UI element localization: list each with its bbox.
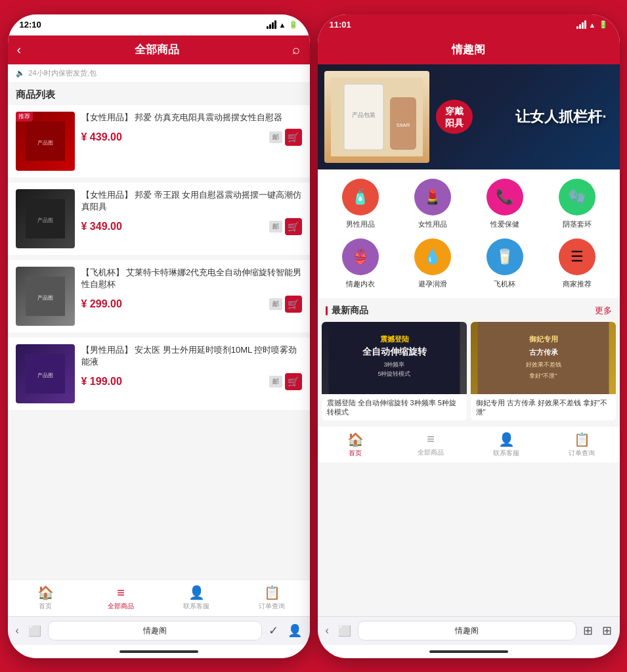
- svg-text:拿好"不泄": 拿好"不泄": [529, 372, 557, 379]
- section-heading-left: 商品列表: [8, 82, 310, 105]
- svg-text:产品图: 产品图: [37, 140, 53, 146]
- svg-text:全自动伸缩旋转: 全自动伸缩旋转: [362, 346, 427, 357]
- card-title-1: 震撼登陆 全自动伸缩旋转 3种频率 5种旋转模式: [327, 398, 462, 417]
- cat-item-health[interactable]: 📞 性爱保健: [479, 179, 531, 229]
- badge-tui-1: 推荐: [16, 112, 33, 122]
- product-name-3: 【飞机杯】 艾莱特卡特琳娜2代充电全自动伸缩旋转智能男性自慰杯: [81, 267, 302, 290]
- browser-share-left[interactable]: ✓: [266, 621, 281, 640]
- tab-orders-right[interactable]: 📋 订单查询: [544, 432, 620, 458]
- thumb-img-3: 产品图: [16, 267, 75, 326]
- tab-service-right[interactable]: 👤 联系客服: [469, 432, 544, 458]
- cart-button-4[interactable]: 🛒: [285, 373, 302, 390]
- product-name-4: 【男性用品】 安太医 男士外用延时喷剂10ML 控时喷雾劲能液: [81, 344, 302, 368]
- product-name-1: 【女性用品】 邦爱 仿真充电阳具震动摇摆女性自慰器: [81, 112, 302, 123]
- tab-home-left[interactable]: 🏠 首页: [8, 585, 83, 611]
- tab-home-label-right: 首页: [349, 449, 362, 458]
- browser-tab-right[interactable]: ⬜: [335, 622, 354, 640]
- svg-text:5种旋转模式: 5种旋转模式: [378, 370, 410, 377]
- tab-service-label-right: 联系客服: [493, 449, 519, 458]
- cat-item-lube[interactable]: 💧 避孕润滑: [406, 238, 459, 289]
- tab-orders-left[interactable]: 📋 订单查询: [234, 585, 310, 611]
- more-link[interactable]: 更多: [595, 305, 612, 317]
- cart-button-3[interactable]: 🛒: [285, 296, 302, 313]
- product-info-3: 【飞机杯】 艾莱特卡特琳娜2代充电全自动伸缩旋转智能男性自慰杯 ¥ 299.00…: [81, 267, 302, 313]
- battery-icon-left: 🔋: [289, 20, 298, 29]
- banner-badge-line1: 穿戴: [445, 104, 464, 116]
- table-row: 产品图 【飞机杯】 艾莱特卡特琳娜2代充电全自动伸缩旋转智能男性自慰杯 ¥ 29…: [8, 260, 310, 332]
- svg-text:产品图: 产品图: [37, 295, 53, 301]
- cart-button-1[interactable]: 🛒: [285, 129, 302, 146]
- home-bar-right: [429, 650, 508, 653]
- search-button-left[interactable]: ⌕: [292, 42, 300, 57]
- tab-home-right[interactable]: 🏠 首页: [318, 432, 393, 458]
- banner-badge-right: 穿戴 阳具: [436, 99, 473, 133]
- cat-item-cup[interactable]: 🥛 飞机杯: [479, 238, 531, 289]
- browser-menu-right[interactable]: ⊞: [599, 621, 615, 640]
- tab-products-left[interactable]: ≡ 全部商品: [83, 585, 159, 611]
- banner-right[interactable]: 产品包装 SItAR 穿戴 阳具 让女人抓栏杆·: [318, 64, 620, 169]
- cat-label-male: 男性用品: [346, 219, 375, 229]
- cat-icon-female: 💄: [414, 179, 451, 215]
- svg-text:震撼登陆: 震撼登陆: [379, 335, 409, 343]
- cat-label-health: 性爱保健: [490, 219, 519, 229]
- browser-tab-left[interactable]: ⬜: [26, 622, 44, 640]
- cat-item-female[interactable]: 💄 女性用品: [406, 179, 459, 229]
- list-item[interactable]: 御妃专用 古方传承 好效果不差钱 拿好"不泄" 御妃专用 古方传承 好效果不差钱…: [471, 322, 616, 421]
- cart-button-2[interactable]: 🛒: [285, 218, 302, 235]
- product-price-4: ¥ 199.00: [81, 376, 122, 388]
- browser-menu-left[interactable]: 👤: [285, 621, 305, 640]
- tab-service-left[interactable]: 👤 联系客服: [159, 585, 234, 611]
- browser-back-left[interactable]: ‹: [13, 622, 22, 639]
- product-actions-4: 邮 🛒: [269, 373, 302, 390]
- browser-bar-right: ‹ ⬜ 情趣阁 ⊞ ⊞: [318, 616, 620, 645]
- product-thumb-3[interactable]: 产品图: [16, 267, 75, 326]
- svg-text:古方传承: 古方传承: [529, 348, 558, 356]
- tab-bar-left: 🏠 首页 ≡ 全部商品 👤 联系客服 📋 订单查询: [8, 579, 310, 616]
- browser-url-right[interactable]: 情趣阁: [358, 621, 576, 640]
- card-body-2: 御妃专用 古方传承 好效果不差钱 拿好"不泄": [471, 394, 616, 421]
- card-body-1: 震撼登陆 全自动伸缩旋转 3种频率 5种旋转模式: [322, 394, 467, 421]
- cat-label-ring: 阴茎套环: [563, 219, 592, 229]
- product-thumb-2[interactable]: 产品图: [16, 189, 75, 248]
- service-icon-left: 👤: [188, 585, 205, 600]
- svg-text:御妃专用: 御妃专用: [528, 335, 557, 343]
- table-row: 产品图 【女性用品】 邦爱 帝王跟 女用自慰器震动摇摆一键高潮仿真阳具 ¥ 34…: [8, 183, 310, 255]
- product-list: 推荐 产品图 【女性用品】 邦爱 仿真充电阳具震动摇摆女性自慰器 ¥ 439.0…: [8, 105, 310, 579]
- url-text-left: 情趣阁: [143, 625, 167, 637]
- svg-text:SItAR: SItAR: [396, 122, 410, 128]
- tab-products-label-right: 全部商品: [418, 448, 444, 457]
- status-icons-left: ▲ 🔋: [267, 20, 298, 29]
- battery-icon-right: 🔋: [599, 20, 608, 29]
- svg-text:好效果不差钱: 好效果不差钱: [525, 361, 561, 368]
- browser-url-left[interactable]: 情趣阁: [48, 621, 262, 640]
- tab-orders-label-left: 订单查询: [259, 602, 285, 611]
- product-thumb-4[interactable]: 产品图: [16, 344, 75, 403]
- tab-products-right[interactable]: ≡ 全部商品: [393, 432, 469, 457]
- home-indicator-left: [8, 645, 310, 658]
- product-info-4: 【男性用品】 安太医 男士外用延时喷剂10ML 控时喷雾劲能液 ¥ 199.00…: [81, 344, 302, 390]
- cat-item-recommend[interactable]: ☰ 商家推荐: [551, 238, 603, 289]
- svg-text:产品图: 产品图: [37, 217, 53, 223]
- browser-share-right[interactable]: ⊞: [580, 621, 595, 640]
- cat-icon-lube: 💧: [414, 238, 451, 275]
- url-text-right: 情趣阁: [455, 625, 479, 637]
- cat-item-male[interactable]: 🧴 男性用品: [334, 179, 387, 229]
- nav-bar-right: 情趣阁: [318, 35, 620, 64]
- product-name-2: 【女性用品】 邦爱 帝王跟 女用自慰器震动摇摆一键高潮仿真阳具: [81, 189, 302, 213]
- product-bottom-2: ¥ 349.00 邮 🛒: [81, 218, 302, 235]
- home-icon-left: 🏠: [37, 585, 54, 600]
- cat-item-lingerie[interactable]: 👙 情趣内衣: [334, 238, 387, 289]
- browser-back-right[interactable]: ‹: [323, 622, 332, 639]
- table-row: 推荐 产品图 【女性用品】 邦爱 仿真充电阳具震动摇摆女性自慰器 ¥ 439.0…: [8, 105, 310, 177]
- thumb-img-4: 产品图: [16, 344, 75, 403]
- latest-header: 最新商品 更多: [318, 298, 620, 322]
- back-button-left[interactable]: ‹: [17, 42, 22, 57]
- home-indicator-right: [318, 645, 620, 658]
- cat-label-lube: 避孕润滑: [418, 279, 447, 289]
- cat-item-ring[interactable]: 🧤 阴茎套环: [551, 179, 603, 229]
- list-item[interactable]: 震撼登陆 全自动伸缩旋转 3种频率 5种旋转模式 震撼登陆 全自动伸缩旋转 3种…: [322, 322, 467, 421]
- svg-text:产品包装: 产品包装: [352, 112, 376, 118]
- ship-badge-3: 邮: [269, 298, 282, 310]
- status-bar-right: 11:01 ▲ 🔋: [318, 14, 620, 35]
- product-thumb-1[interactable]: 推荐 产品图: [16, 112, 75, 171]
